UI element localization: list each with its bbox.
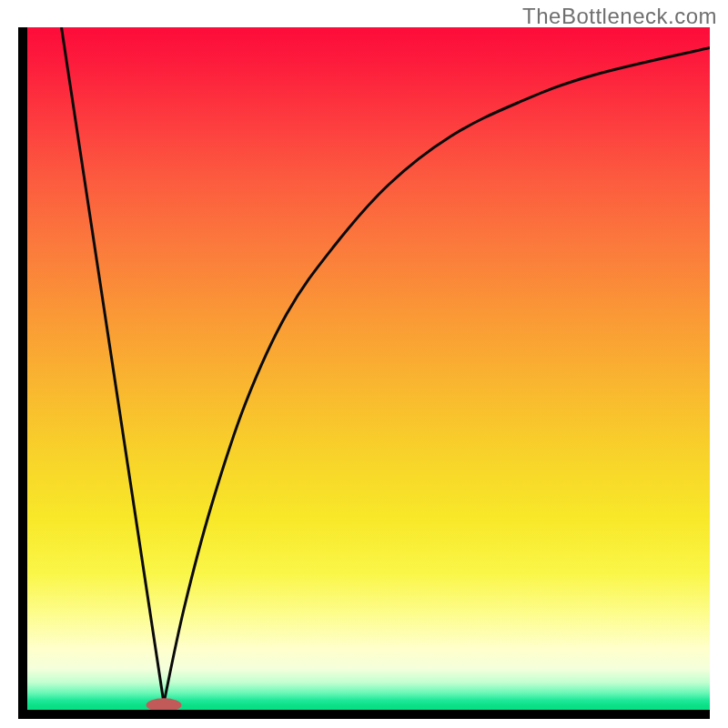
watermark-text: TheBottleneck.com xyxy=(522,4,717,29)
curve-left-branch xyxy=(62,27,165,703)
curve-right-branch xyxy=(164,48,710,703)
plot-border xyxy=(18,27,710,719)
plot-area xyxy=(27,27,710,710)
curve-layer xyxy=(27,27,710,710)
valley-marker xyxy=(147,698,182,710)
chart-frame: TheBottleneck.com xyxy=(0,0,728,728)
